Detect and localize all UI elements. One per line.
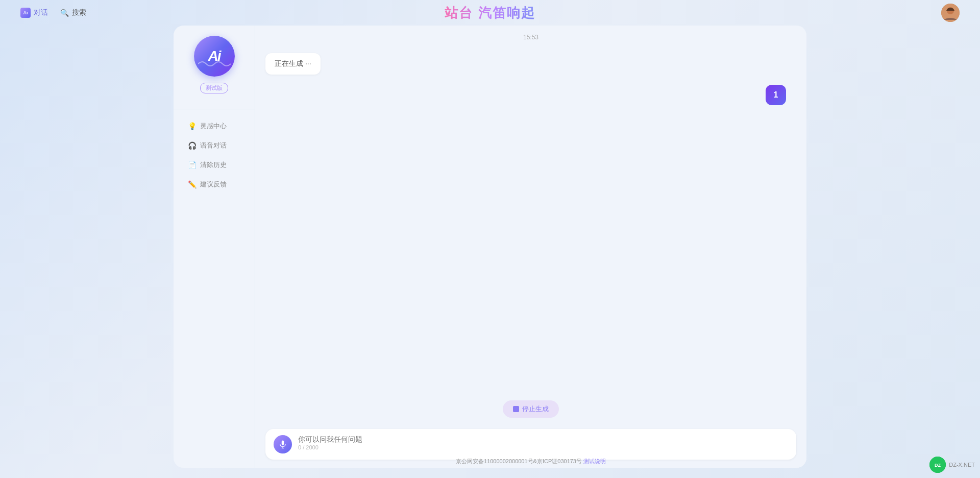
top-nav: Ai 对话 🔍 搜索 站台 汽笛响起 <box>0 0 980 26</box>
mic-icon <box>278 440 287 449</box>
sidebar-label-clear: 清除历史 <box>200 160 227 170</box>
mic-button[interactable] <box>274 435 292 453</box>
dz-logo: DZ <box>929 457 946 473</box>
nav-center: 站台 汽笛响起 <box>445 4 535 22</box>
stop-button-label: 停止生成 <box>522 404 549 414</box>
sidebar-label-voice: 语音对话 <box>200 141 227 150</box>
sidebar: Ai 测试版 💡 灵感中心 🎧 语音对话 📄 清除历史 ✏️ 建议反馈 <box>174 26 255 468</box>
bulb-icon: 💡 <box>188 122 196 130</box>
nav-search-label: 搜索 <box>72 8 86 17</box>
footer-text: 京公网安备11000002000001号&京ICP证030173号 <box>456 458 582 464</box>
sidebar-item-feedback[interactable]: ✏️ 建议反馈 <box>182 176 247 193</box>
ai-nav-icon: Ai <box>20 8 31 18</box>
page-title: 站台 汽笛响起 <box>445 4 535 22</box>
footer-link[interactable]: 测试说明 <box>583 458 606 464</box>
file-icon: 📄 <box>188 161 196 169</box>
chat-input[interactable] <box>298 435 788 443</box>
search-icon: 🔍 <box>60 9 69 17</box>
ai-message-row: 正在生成 ··· <box>265 53 796 75</box>
stop-button-row: 停止生成 <box>255 394 806 424</box>
chat-messages: 15:53 正在生成 ··· 1 <box>255 26 806 394</box>
nav-left: Ai 对话 🔍 搜索 <box>20 8 86 18</box>
chat-timestamp: 15:53 <box>265 34 796 41</box>
svg-rect-2 <box>282 441 284 445</box>
edit-icon: ✏️ <box>188 180 196 188</box>
nav-search[interactable]: 🔍 搜索 <box>60 8 86 17</box>
ai-generating-bubble: 正在生成 ··· <box>265 53 321 75</box>
sidebar-item-inspiration[interactable]: 💡 灵感中心 <box>182 117 247 135</box>
sidebar-menu: 💡 灵感中心 🎧 语音对话 📄 清除历史 ✏️ 建议反馈 <box>174 117 255 193</box>
char-count: 0 / 2000 <box>298 444 788 450</box>
user-message-row: 1 <box>265 85 796 105</box>
ai-logo: Ai <box>194 36 235 77</box>
sidebar-divider <box>174 109 255 109</box>
sidebar-label-feedback: 建议反馈 <box>200 180 227 189</box>
chat-area: 15:53 正在生成 ··· 1 停止生成 <box>255 26 806 468</box>
avatar-svg <box>941 4 960 22</box>
nav-dialog[interactable]: Ai 对话 <box>20 8 48 18</box>
beta-badge: 测试版 <box>200 83 228 93</box>
dz-site-text: DZ-X.NET <box>949 462 975 468</box>
nav-dialog-label: 对话 <box>34 8 48 17</box>
user-avatar[interactable] <box>941 4 960 22</box>
dz-logo-icon: DZ <box>929 457 946 473</box>
user-number-bubble: 1 <box>766 85 786 105</box>
dz-watermark: DZ DZ-X.NET <box>929 457 975 473</box>
footer: 京公网安备11000002000001号&京ICP证030173号 测试说明 <box>255 458 806 465</box>
main-container: Ai 测试版 💡 灵感中心 🎧 语音对话 📄 清除历史 ✏️ 建议反馈 <box>174 26 806 468</box>
stop-icon <box>513 406 519 412</box>
input-text-area: 0 / 2000 <box>298 435 788 450</box>
headphone-icon: 🎧 <box>188 141 196 150</box>
ai-logo-wave <box>198 59 231 69</box>
sidebar-label-inspiration: 灵感中心 <box>200 122 227 131</box>
input-container: 0 / 2000 <box>265 429 796 460</box>
svg-text:DZ: DZ <box>935 463 941 468</box>
nav-right <box>941 4 960 22</box>
sidebar-item-voice[interactable]: 🎧 语音对话 <box>182 137 247 154</box>
stop-generate-button[interactable]: 停止生成 <box>503 400 559 418</box>
sidebar-item-clear[interactable]: 📄 清除历史 <box>182 156 247 174</box>
